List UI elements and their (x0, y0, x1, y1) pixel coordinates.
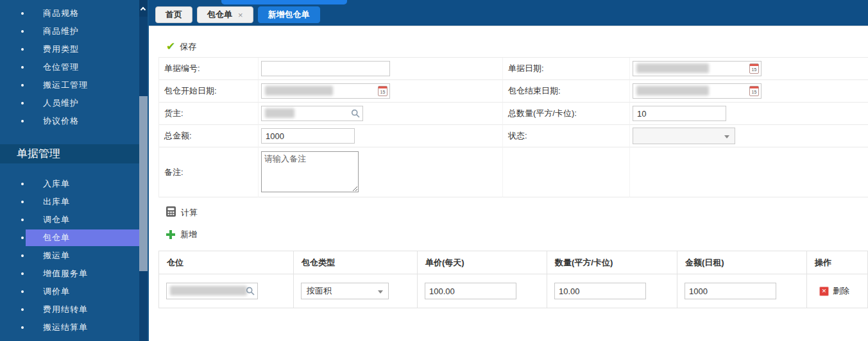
chevron-down-icon (378, 290, 383, 294)
calculate-button[interactable]: 计算 (166, 206, 868, 219)
tab-home[interactable]: 首页 (155, 6, 192, 23)
status-select[interactable] (633, 128, 735, 144)
sidebar-item-label: 费用结转单 (43, 304, 88, 315)
sidebar-item-settlement-receipt-order[interactable]: 结算收款单 (0, 337, 149, 341)
sidebar-item-package-order[interactable]: 包仓单 (0, 229, 149, 247)
sidebar-item-fee-carryover-order[interactable]: 费用结转单 (0, 301, 149, 319)
form-toolbar: ✔ 保存 (158, 36, 868, 57)
sidebar-item-fee-type[interactable]: 费用类型 (0, 40, 149, 58)
scroll-up-button[interactable] (139, 0, 148, 17)
sidebar-item-price-adjust-order[interactable]: 调价单 (0, 283, 149, 301)
calendar-icon[interactable] (749, 86, 759, 96)
bullet-icon (21, 308, 24, 311)
tab-label: 首页 (166, 9, 182, 21)
tab-label: 新增包仓单 (268, 9, 310, 21)
sidebar-item-product-spec[interactable]: 商品规格 (0, 4, 149, 22)
sidebar-top-list: 商品规格 商品维护 费用类型 仓位管理 搬运工管理 人员维护 (0, 0, 149, 130)
doc-no-label: 单据编号: (159, 58, 259, 80)
unit-price-cell (418, 274, 547, 308)
sidebar-item-product-maintenance[interactable]: 商品维护 (0, 22, 149, 40)
empty-cell (503, 147, 630, 197)
package-type-select[interactable]: 按面积 (301, 283, 389, 299)
sidebar-item-agreement-price[interactable]: 协议价格 (0, 112, 149, 130)
amount-cell (677, 274, 807, 308)
total-qty-cell (630, 103, 868, 125)
search-icon[interactable] (351, 109, 360, 120)
col-header-amount: 金额(日租) (677, 251, 807, 274)
tab-package-order[interactable]: 包仓单 × (197, 6, 253, 23)
owner-label: 货主: (159, 103, 259, 125)
bullet-icon (21, 290, 24, 293)
scrollbar-thumb[interactable] (139, 96, 148, 271)
col-header-package-type: 包仓类型 (294, 251, 418, 274)
unit-price-input[interactable] (425, 283, 516, 299)
add-row-button[interactable]: 新增 (166, 229, 868, 240)
sidebar-item-personnel-maintenance[interactable]: 人员维护 (0, 94, 149, 112)
status-cell (630, 125, 868, 147)
sidebar-item-label: 搬运工管理 (43, 79, 88, 91)
amount-input[interactable] (685, 283, 776, 299)
total-amount-input[interactable] (261, 128, 355, 144)
sidebar-item-porter-settlement-order[interactable]: 搬运结算单 (0, 319, 149, 337)
package-type-select-value: 按面积 (302, 283, 388, 299)
chevron-down-icon (724, 135, 729, 138)
sidebar-item-label: 协议价格 (43, 115, 79, 127)
tab-label: 包仓单 (207, 9, 232, 21)
sidebar-item-inbound-order[interactable]: 入库单 (0, 175, 149, 193)
detail-table: 仓位 包仓类型 单价(每天) 数量(平方/卡位) 金额(日租) 操作 (158, 251, 868, 308)
col-header-actions: 操作 (807, 251, 868, 274)
sidebar-section-document-management[interactable]: 单据管理 (0, 144, 139, 163)
remark-label: 备注: (159, 147, 259, 197)
end-date-label: 包仓结束日期: (503, 80, 630, 103)
detail-table-header-row: 仓位 包仓类型 单价(每天) 数量(平方/卡位) 金额(日租) 操作 (159, 251, 868, 274)
bullet-icon (21, 237, 24, 239)
sidebar-item-label: 人员维护 (43, 97, 79, 109)
bullet-icon (21, 201, 24, 203)
doc-date-cell (630, 58, 868, 80)
sidebar-item-label: 增值服务单 (43, 268, 88, 279)
close-icon[interactable]: × (238, 10, 243, 20)
sidebar-item-label: 调价单 (43, 286, 70, 297)
owner-cell (259, 103, 503, 125)
calculator-icon (166, 206, 176, 219)
delete-button-label: 删除 (833, 285, 849, 297)
bullet-icon (21, 120, 24, 122)
sidebar-item-label: 出库单 (43, 196, 70, 208)
delete-button[interactable]: ✕ 删除 (819, 285, 860, 297)
bullet-icon (21, 254, 24, 257)
total-qty-input[interactable] (633, 106, 726, 121)
bullet-icon (21, 12, 24, 15)
plus-icon (166, 230, 175, 239)
doc-no-cell (259, 58, 503, 80)
calculate-button-label: 计算 (181, 207, 198, 219)
sidebar-item-value-added-service-order[interactable]: 增值服务单 (0, 265, 149, 283)
total-amount-label: 总金额: (159, 125, 259, 147)
qty-cell (547, 274, 677, 308)
doc-date-label: 单据日期: (503, 58, 630, 80)
bullet-icon (21, 48, 24, 51)
qty-input[interactable] (554, 283, 646, 299)
remark-textarea[interactable] (261, 151, 359, 192)
top-nav-active-indicator (221, 0, 347, 4)
sidebar-item-transfer-order[interactable]: 调仓单 (0, 211, 149, 229)
search-icon[interactable] (246, 287, 255, 297)
tab-new-package-order[interactable]: 新增包仓单 (258, 6, 320, 23)
content-panel: ✔ 保存 单据编号: 单据日期: (149, 26, 868, 341)
start-date-cell (259, 80, 503, 103)
sidebar-item-outbound-order[interactable]: 出库单 (0, 193, 149, 211)
sidebar-item-label: 商品维护 (43, 26, 79, 37)
redacted-value (170, 286, 247, 295)
redacted-value (265, 86, 333, 96)
app-window: 商品规格 商品维护 费用类型 仓位管理 搬运工管理 人员维护 (0, 0, 868, 341)
total-amount-cell (259, 125, 503, 147)
doc-no-input[interactable] (261, 61, 390, 76)
sidebar-item-slot-management[interactable]: 仓位管理 (0, 58, 149, 76)
save-button[interactable]: ✔ 保存 (166, 41, 196, 53)
calendar-icon[interactable] (749, 63, 759, 74)
sidebar-scrollbar[interactable] (139, 0, 148, 341)
slot-cell (159, 274, 294, 308)
sidebar-item-label: 商品规格 (43, 8, 79, 19)
sidebar-item-porter-order[interactable]: 搬运单 (0, 247, 149, 265)
calendar-icon[interactable] (378, 86, 387, 96)
sidebar-item-porter-management[interactable]: 搬运工管理 (0, 76, 149, 94)
